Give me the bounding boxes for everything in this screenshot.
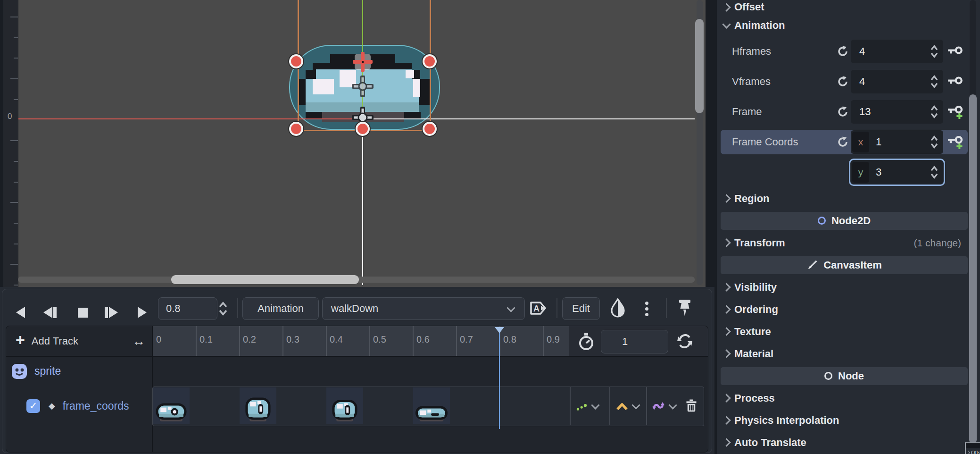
keyframe-0.4[interactable] [326,387,363,424]
pivot-marker[interactable] [355,54,371,70]
2d-viewport[interactable]: 0 [0,0,706,287]
key-button[interactable] [943,105,968,119]
spinner[interactable] [930,75,938,89]
key-button[interactable] [943,76,968,88]
play-backwards-button[interactable] [11,303,29,322]
edit-menu-button[interactable]: Edit [562,297,600,320]
loop-wrap-mode-button[interactable] [651,387,676,425]
stop-button[interactable] [74,303,91,322]
inspector-section-texture[interactable]: Texture [721,320,968,343]
key-icon[interactable] [947,76,963,88]
inspector-section-visibility[interactable]: Visibility [721,276,968,298]
ruler-tick [10,202,18,203]
popup-section-offset[interactable]: Offset [966,448,980,454]
prop-spinbox[interactable]: 4 [851,70,943,93]
inspector-section-animation[interactable]: Animation [721,14,968,36]
keyframe-0.6[interactable] [413,387,450,424]
inspector-section-physics-interpolation[interactable]: Physics Interpolation [721,409,968,431]
revert-button[interactable] [835,136,851,148]
keyframe-0.2[interactable] [240,387,276,424]
revert-button[interactable] [835,76,851,88]
trash-icon[interactable] [685,399,698,413]
kebab-menu-icon[interactable] [644,300,649,317]
spinner-icon[interactable] [930,135,938,149]
revert-button[interactable] [835,106,851,118]
current-time-value: 0.8 [166,303,181,315]
prop-spinbox[interactable]: x 1 [851,130,943,154]
key-button[interactable] [943,135,968,149]
prop-spinbox[interactable]: 13 [851,100,943,124]
inspector-section-transform[interactable]: Transform(1 change) [721,232,968,254]
spinner[interactable] [930,105,938,119]
revert-icon[interactable] [837,76,849,88]
play-from-start-button[interactable] [101,303,121,322]
keyframes-area[interactable] [152,387,704,426]
ruler-tick [14,223,18,224]
anchor-crosshair-icon[interactable] [352,76,374,97]
key-insert-icon[interactable] [947,135,963,149]
inspector-section-offset[interactable]: Offset [721,0,968,14]
animation-menu-button[interactable]: Animation [242,297,319,320]
revert-icon[interactable] [837,136,849,148]
spinner-icon[interactable] [930,105,938,119]
loop-animation-icon[interactable] [676,333,693,350]
animation-length-spinbox[interactable]: 1 [601,330,668,353]
section-label: Region [734,193,770,205]
selection-handle-left[interactable] [289,54,303,68]
update-mode-button[interactable] [575,387,598,425]
key-button[interactable] [943,45,968,58]
edit-menu-label: Edit [572,303,590,315]
interpolation-mode-button[interactable] [615,387,639,425]
selection-handle-bottom-left[interactable] [289,122,303,136]
viewport-hscrollbar-thumb[interactable] [171,275,359,284]
inspector-prop-vframes[interactable]: Vframes 4 [721,67,968,97]
play-backwards-from-end-button[interactable] [41,303,60,322]
timeline-zoom-icon[interactable]: ↔ [132,334,145,349]
inspector-prop-frame-coords-y[interactable]: y 3 [721,157,968,187]
track-row-frame-coords[interactable]: ✓ ◆ frame_coords [6,387,152,425]
animation-length-value: 1 [622,336,628,348]
spinner[interactable] [930,44,938,59]
revert-icon[interactable] [837,45,849,58]
selection-handle-bottom-right[interactable] [423,122,437,136]
revert-icon[interactable] [837,106,849,118]
selection-handle-right[interactable] [423,54,437,68]
spinner[interactable] [930,165,938,179]
inspector-prop-frame[interactable]: Frame 13 [721,97,968,127]
inspector-prop-hframes[interactable]: Hframes 4 [721,36,968,67]
inspector-prop-frame-coords[interactable]: Frame Coords x 1 [721,127,968,157]
track-enabled-checkbox[interactable]: ✓ [26,399,40,413]
onion-skinning-icon[interactable] [608,297,627,319]
inspector-scrollbar-thumb[interactable] [969,94,977,444]
revert-button[interactable] [835,45,851,58]
key-insert-icon[interactable] [947,105,963,119]
spinner-icon[interactable] [930,75,938,89]
inspector-section-material[interactable]: Material [721,343,968,365]
playhead-handle[interactable] [495,327,504,333]
autoplay-on-load-icon[interactable]: A [528,299,551,317]
current-time-spinbox[interactable]: 0.8 [158,297,217,320]
spinner[interactable] [930,135,938,149]
inspector-section-region[interactable]: Region [721,187,968,210]
selection-handle-bottom[interactable] [356,122,370,136]
track-row-sprite[interactable]: sprite [6,356,152,387]
inspector-section-process[interactable]: Process [721,387,968,409]
vertical-ruler: 0 [3,0,18,287]
animation-clip-dropdown[interactable]: walkDown [322,297,525,320]
play-button[interactable] [133,303,151,322]
playhead-line[interactable] [499,327,500,429]
inspector-section-ordering[interactable]: Ordering [721,298,968,320]
keyframe-0[interactable] [153,387,190,424]
viewport-vscrollbar-thumb[interactable] [695,19,704,113]
chevron-right-icon [722,305,731,313]
time-spinner-icon[interactable] [218,301,228,316]
key-icon[interactable] [947,45,963,58]
pin-animation-icon[interactable] [675,298,694,319]
spinner-icon[interactable] [930,165,938,179]
prop-spinbox[interactable]: y 3 [851,160,943,184]
delete-track-button[interactable] [685,387,698,425]
add-track-button[interactable]: + Add Track ↔ [6,326,152,356]
prop-spinbox[interactable]: 4 [851,40,943,63]
spinner-icon[interactable] [930,44,938,59]
inspector-section-auto-translate[interactable]: Auto Translate [721,431,968,454]
